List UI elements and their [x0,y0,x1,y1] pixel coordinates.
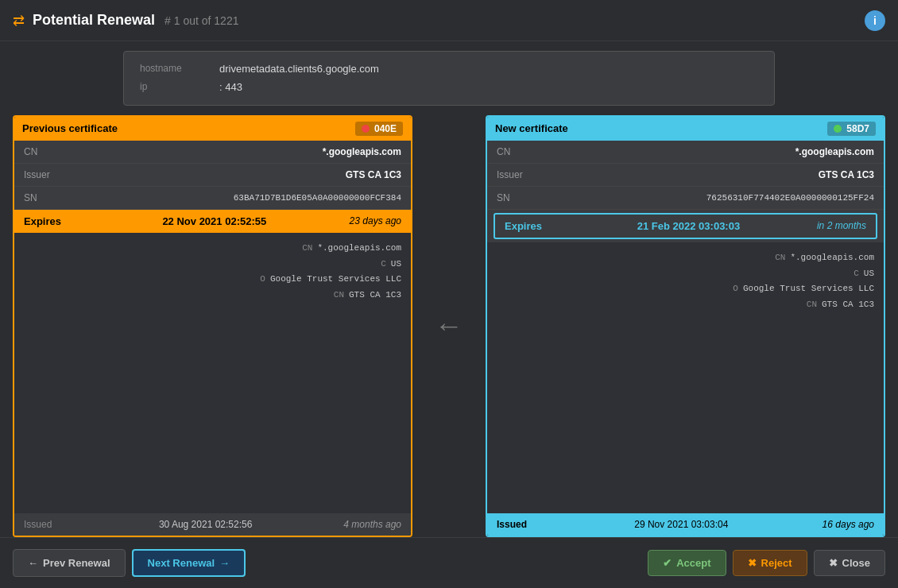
prev-cert-title: Previous certificate [22,122,118,134]
new-cert-badge: 58D7 [827,122,876,136]
arrow-container: ← [425,115,473,537]
hostname-label: hostname [140,60,203,78]
prev-issuer-row: Issuer GTS CA 1C3 [14,164,411,187]
footer: ← Prev Renewal Next Renewal → ✔ Accept ✖… [0,537,898,588]
next-arrow-icon: → [219,557,230,569]
prev-detail-c: C US [24,257,401,273]
action-buttons: ✔ Accept ✖ Reject ✖ Close [648,550,885,576]
prev-sn-value: 63BA71D7B1D6E05A0A00000000FCF384 [68,193,401,203]
new-cert-details: CN *.googleapis.com C US O Google Trust … [487,242,884,513]
new-issued-row: Issued 29 Nov 2021 03:03:04 16 days ago [487,513,884,536]
new-cn-value: *.googleapis.com [540,146,874,157]
next-renewal-button[interactable]: Next Renewal → [132,549,246,577]
prev-cert-badge: 040E [355,122,403,136]
ip-value: : 443 [219,78,242,96]
prev-expires-datetime: 22 Nov 2021 02:52:55 [79,215,350,227]
prev-renewal-button[interactable]: ← Prev Renewal [13,549,126,577]
new-cert-title: New certificate [495,122,568,134]
new-issuer-row: Issuer GTS CA 1C3 [487,164,884,187]
new-detail-cn: CN *.googleapis.com [497,250,874,266]
left-arrow-icon: ← [435,309,463,342]
new-issued-ago: 16 days ago [823,519,874,530]
prev-cert-details: CN *.googleapis.com C US O Google Trust … [14,233,411,513]
prev-issued-ago: 4 months ago [343,519,401,530]
prev-expires-row: Expires 22 Nov 2021 02:52:55 23 days ago [14,210,411,233]
new-cert-body: CN *.googleapis.com Issuer GTS CA 1C3 SN… [487,141,884,536]
new-sn-label: SN [497,192,540,203]
new-expires-label: Expires [505,220,560,232]
prev-badge-dot [362,125,370,133]
ip-label: ip [140,79,203,96]
new-issuer-label: Issuer [497,169,540,180]
prev-detail-cn: CN *.googleapis.com [24,241,401,257]
nav-buttons: ← Prev Renewal Next Renewal → [13,549,246,577]
new-expires-row: Expires 21 Feb 2022 03:03:03 in 2 months [494,213,877,239]
prev-expires-ago: 23 days ago [350,215,401,226]
reject-button[interactable]: ✖ Reject [733,550,807,576]
prev-cert-panel: Previous certificate 040E CN *.googleapi… [13,115,412,537]
new-expires-ago: in 2 months [817,220,866,231]
accept-check-icon: ✔ [663,557,672,569]
new-issued-datetime: 29 Nov 2021 03:03:04 [540,519,823,530]
host-info-panel: hostname drivemetadata.clients6.google.c… [123,51,775,106]
prev-cn-value: *.googleapis.com [68,146,401,157]
prev-detail-cn2: CN GTS CA 1C3 [24,288,401,304]
prev-issued-datetime: 30 Aug 2021 02:52:56 [68,519,343,530]
prev-issued-row: Issued 30 Aug 2021 02:52:56 4 months ago [14,513,411,536]
new-expires-datetime: 21 Feb 2022 03:03:03 [560,220,817,232]
prev-detail-o: O Google Trust Services LLC [24,272,401,288]
hostname-value: drivemetadata.clients6.google.com [219,60,379,78]
prev-sn-label: SN [24,192,68,203]
prev-cert-header: Previous certificate 040E [14,117,411,141]
new-sn-row: SN 76256310F774402E0A0000000125FF24 [487,187,884,210]
close-button[interactable]: ✖ Close [814,550,885,576]
new-sn-value: 76256310F774402E0A0000000125FF24 [540,193,874,203]
header: ⇄ Potential Renewal # 1 out of 1221 i [0,0,898,41]
renewal-icon: ⇄ [13,12,25,29]
prev-issuer-label: Issuer [24,169,68,180]
new-cert-header: New certificate 58D7 [487,117,884,141]
page-title: Potential Renewal [33,12,155,29]
info-button[interactable]: i [865,10,885,31]
prev-issuer-value: GTS CA 1C3 [68,169,401,180]
main-content: Previous certificate 040E CN *.googleapi… [0,115,898,537]
new-issued-label: Issued [497,519,540,530]
new-detail-c: C US [497,266,874,282]
new-detail-cn2: CN GTS CA 1C3 [497,297,874,313]
new-detail-o: O Google Trust Services LLC [497,281,874,297]
close-x-icon: ✖ [829,557,838,569]
prev-expires-label: Expires [24,215,79,227]
new-cn-label: CN [497,146,540,157]
new-badge-dot [834,125,842,133]
prev-cn-label: CN [24,146,68,157]
new-cert-panel: New certificate 58D7 CN *.googleapis.com… [486,115,885,537]
prev-cn-row: CN *.googleapis.com [14,141,411,164]
page-counter: # 1 out of 1221 [165,14,238,27]
accept-button[interactable]: ✔ Accept [648,550,726,576]
prev-badge-id: 040E [374,123,397,134]
reject-x-icon: ✖ [748,557,757,569]
new-issuer-value: GTS CA 1C3 [540,169,874,180]
new-cn-row: CN *.googleapis.com [487,141,884,164]
new-badge-id: 58D7 [846,123,869,134]
prev-arrow-icon: ← [28,557,38,569]
prev-cert-body: CN *.googleapis.com Issuer GTS CA 1C3 SN… [14,141,411,536]
prev-issued-label: Issued [24,519,68,530]
prev-sn-row: SN 63BA71D7B1D6E05A0A00000000FCF384 [14,187,411,210]
